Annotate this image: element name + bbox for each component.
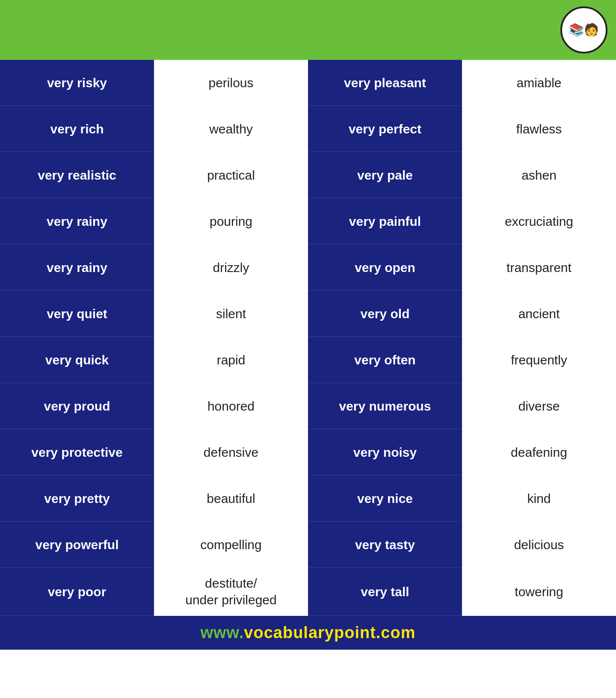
synonym-left: drizzly [213,259,249,276]
phrase-left: very pretty [44,490,110,507]
phrase-right: very painful [349,213,421,230]
synonym-right: diverse [518,398,560,414]
table-row: drizzly [154,245,308,291]
phrase-right: very tasty [355,536,415,553]
table-row: pouring [154,198,308,245]
synonym-left: honored [207,398,255,414]
table-row: very painful [308,198,462,245]
table-row: perilous [154,60,308,106]
phrase-right: very pleasant [344,74,426,91]
table-row: flawless [462,106,616,152]
table-row: destitute/ under privileged [154,568,308,616]
synonym-right: towering [515,583,563,600]
table-row: very proud [0,383,154,429]
logo-icon: 📚🧑 [569,22,599,38]
synonym-left: perilous [208,74,253,91]
synonym-left: rapid [217,352,246,368]
header: 📚🧑 [0,0,616,60]
table-row: very noisy [308,429,462,476]
table-row: very powerful [0,522,154,568]
table-row: transparent [462,245,616,291]
phrase-right: very open [355,259,415,276]
table-row: defensive [154,429,308,476]
table-row: very old [308,291,462,337]
table-row: very often [308,337,462,383]
table-row: practical [154,152,308,198]
table-row: deafening [462,429,616,476]
synonym-left: silent [216,305,246,322]
phrase-right: very noisy [353,444,417,461]
table-row: very protective [0,429,154,476]
phrase-left: very rich [50,121,104,137]
table-row: very risky [0,60,154,106]
synonym-right: delicious [514,536,564,553]
phrase-left: very proud [44,398,110,414]
table-row: beautiful [154,476,308,522]
phrase-right: very old [360,305,409,322]
footer-url: www.vocabularypoint.com [4,624,612,642]
table-row: very rainy [0,245,154,291]
synonym-right: ancient [518,305,560,322]
table-row: very poor [0,568,154,616]
table-row: kind [462,476,616,522]
synonym-left: pouring [210,213,252,230]
synonym-right: flawless [516,121,562,137]
phrase-right: very tall [361,583,409,600]
synonym-right: transparent [506,259,572,276]
table-row: wealthy [154,106,308,152]
table-row: very perfect [308,106,462,152]
table-row: ashen [462,152,616,198]
table-row: excruciating [462,198,616,245]
table-row: very pleasant [308,60,462,106]
phrase-left: very poor [48,583,107,600]
table-row: frequently [462,337,616,383]
phrase-left: very protective [31,444,122,461]
table-row: very realistic [0,152,154,198]
synonym-right: ashen [521,167,557,183]
table-row: very pretty [0,476,154,522]
table-row: very tall [308,568,462,616]
table-row: diverse [462,383,616,429]
phrase-right: very pale [357,167,413,183]
phrase-left: very risky [47,74,107,91]
table-row: very quick [0,337,154,383]
table-row: towering [462,568,616,616]
table-row: very tasty [308,522,462,568]
table-row: amiable [462,60,616,106]
synonym-left: compelling [200,536,261,553]
phrase-left: very powerful [35,536,118,553]
table-row: very numerous [308,383,462,429]
table-row: very pale [308,152,462,198]
main-grid: very riskyperilousvery pleasantamiableve… [0,60,616,616]
table-row: delicious [462,522,616,568]
table-row: silent [154,291,308,337]
phrase-left: very realistic [38,167,116,183]
phrase-left: very rainy [47,213,107,230]
table-row: very rainy [0,198,154,245]
phrase-right: very numerous [339,398,431,414]
phrase-right: very often [354,352,415,368]
table-row: very quiet [0,291,154,337]
table-row: very nice [308,476,462,522]
synonym-right: kind [527,490,551,507]
phrase-left: very quiet [47,305,107,322]
synonym-right: excruciating [505,213,573,230]
synonym-left: beautiful [207,490,255,507]
table-row: very open [308,245,462,291]
synonym-right: amiable [516,74,561,91]
phrase-right: very perfect [349,121,421,137]
table-row: very rich [0,106,154,152]
table-row: compelling [154,522,308,568]
table-row: honored [154,383,308,429]
footer: www.vocabularypoint.com [0,616,616,650]
synonym-left: practical [207,167,255,183]
phrase-left: very quick [45,352,109,368]
synonym-left: defensive [204,444,258,461]
synonym-left: wealthy [209,121,253,137]
synonym-left: destitute/ under privileged [185,575,276,608]
table-row: rapid [154,337,308,383]
table-row: ancient [462,291,616,337]
synonym-right: deafening [511,444,567,461]
synonym-right: frequently [511,352,567,368]
header-logo: 📚🧑 [560,6,607,53]
